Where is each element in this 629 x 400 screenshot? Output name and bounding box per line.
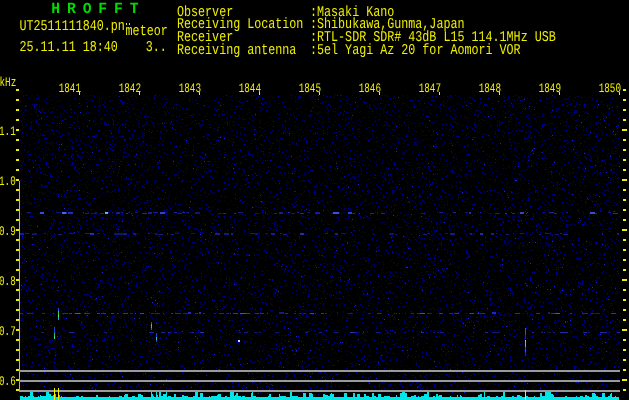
svg-text:1846: 1846 [359, 81, 381, 96]
svg-text:1.0: 1.0 [0, 174, 16, 189]
svg-text:1843: 1843 [179, 81, 201, 96]
svg-text:0.6: 0.6 [0, 374, 16, 389]
svg-text:kHz: kHz [0, 75, 16, 90]
svg-text:0.8: 0.8 [0, 274, 16, 289]
svg-text:1849: 1849 [539, 81, 561, 96]
svg-text:HROFFT: HROFFT [51, 0, 145, 18]
svg-text:1844: 1844 [239, 81, 261, 96]
svg-text:0.7: 0.7 [0, 324, 16, 339]
svg-text:1842: 1842 [119, 81, 141, 96]
svg-text:1.1: 1.1 [0, 124, 16, 139]
svg-text:1847: 1847 [419, 81, 441, 96]
svg-text:25.11.11 18:40: 25.11.11 18:40 [20, 39, 118, 56]
svg-text:1850: 1850 [599, 81, 621, 96]
svg-text:3..: 3.. [146, 39, 167, 56]
svg-text::5el Yagi Az 20 for Aomori VOR: :5el Yagi Az 20 for Aomori VOR [310, 42, 521, 59]
svg-text:meteor: meteor [126, 23, 168, 40]
svg-text:1845: 1845 [299, 81, 321, 96]
svg-text:Receiving antenna: Receiving antenna [177, 42, 296, 59]
svg-text:1848: 1848 [479, 81, 501, 96]
svg-text:0.9: 0.9 [0, 224, 16, 239]
svg-text:1841: 1841 [59, 81, 81, 96]
svg-text:UT2511111840.pn: UT2511111840.pn [20, 18, 125, 35]
